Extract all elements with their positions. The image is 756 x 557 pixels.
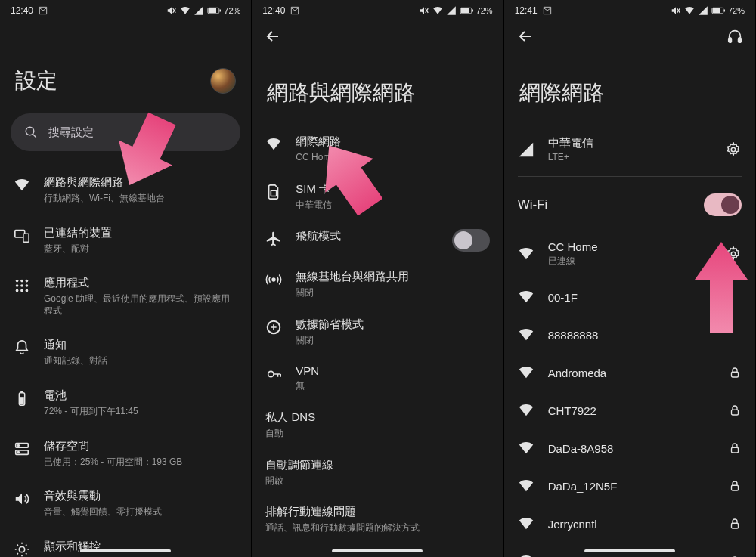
wifi-signal-icon (180, 5, 191, 16)
svg-point-9 (16, 280, 19, 283)
datasaver-icon (265, 319, 282, 336)
item-subtitle: 中華電信 (296, 200, 489, 212)
battery-icon (14, 390, 30, 407)
item-title: 自動調節連線 (265, 458, 489, 472)
screen-network: 12:40 72% 網路與網際網路 網際網路CC HomeSIM 卡中華電信飛航… (252, 0, 503, 557)
wifi-ssid: Jerrycnntl (548, 518, 714, 531)
network-item[interactable]: 自動調節連線開啟 (252, 449, 503, 497)
item-subtitle: 72% - 可用到下午11:45 (44, 406, 237, 418)
search-icon (24, 125, 38, 139)
svg-point-11 (26, 280, 29, 283)
network-item[interactable]: 排解行動連線問題通話、訊息和行動數據問題的解決方式 (252, 496, 503, 543)
item-title: 通知 (44, 338, 237, 352)
network-item[interactable]: SIM 卡中華電信 (252, 173, 503, 221)
svg-point-34 (268, 372, 274, 377)
divider (518, 176, 742, 177)
svg-rect-41 (739, 38, 742, 42)
lock-icon (728, 517, 742, 531)
item-subtitle: 關閉 (296, 287, 489, 299)
settings-item[interactable]: 顯示和觸控深色主題、字型大小、觸控 (0, 529, 251, 557)
storage-icon (14, 441, 30, 457)
wifi-icon (265, 136, 282, 153)
item-title: 電池 (44, 388, 237, 403)
wifi-network-row[interactable]: DaDa_12N5F (504, 467, 755, 505)
settings-item[interactable]: 已連結的裝置藍牙、配對 (0, 215, 251, 266)
svg-point-17 (26, 289, 29, 292)
gmail-icon (542, 5, 553, 16)
wifi-signal-icon (432, 5, 443, 16)
lock-icon (728, 404, 742, 417)
item-title: 儲存空間 (44, 439, 237, 453)
item-title: 無線基地台與網路共用 (296, 270, 489, 284)
wifi-ssid: DaDa_12N5F (548, 480, 714, 493)
nav-handle[interactable] (584, 549, 675, 552)
status-time: 12:41 (515, 5, 538, 16)
headset-icon[interactable] (727, 28, 743, 45)
page-title: 網際網路 (519, 79, 604, 107)
network-item[interactable]: VPN無 (252, 355, 503, 401)
back-button[interactable] (516, 27, 534, 45)
svg-point-5 (26, 127, 34, 135)
network-item[interactable]: 私人 DNS自動 (252, 401, 503, 449)
item-subtitle: 關閉 (296, 335, 489, 347)
svg-rect-8 (23, 234, 29, 242)
status-battery: 72% (728, 6, 745, 15)
wifi-network-row[interactable]: DaDa-8A958 (504, 429, 755, 467)
gear-icon[interactable] (725, 246, 742, 262)
nav-handle[interactable] (80, 549, 171, 552)
airplane-icon (265, 231, 282, 247)
wifi-connected-row[interactable]: CC Home 已連線 (504, 230, 755, 278)
wifi-icon (518, 553, 534, 557)
item-title: 音效與震動 (44, 489, 237, 503)
wifi-toggle[interactable] (704, 193, 742, 216)
settings-item[interactable]: 電池72% - 可用到下午11:45 (0, 378, 251, 429)
item-title: 私人 DNS (265, 410, 489, 425)
toggle[interactable] (452, 229, 490, 252)
status-time: 12:40 (11, 5, 33, 16)
item-subtitle: 藍牙、配對 (44, 243, 237, 255)
nav-handle[interactable] (332, 549, 423, 552)
svg-rect-38 (712, 8, 720, 13)
back-button[interactable] (264, 27, 282, 45)
devices-icon (14, 227, 30, 244)
gear-icon[interactable] (725, 141, 742, 158)
mute-icon (419, 5, 429, 16)
search-placeholder: 搜尋設定 (48, 125, 94, 140)
item-title: 排解行動連線問題 (265, 505, 489, 519)
wifi-label: Wi-Fi (518, 197, 548, 212)
settings-item[interactable]: 音效與震動音量、觸覺回饋、零打擾模式 (0, 478, 251, 529)
network-item[interactable]: 飛航模式 (252, 220, 503, 261)
search-input[interactable]: 搜尋設定 (11, 113, 240, 151)
wifi-network-row[interactable]: CHT7922 (504, 391, 755, 429)
svg-point-10 (20, 280, 23, 283)
network-item[interactable]: 無線基地台與網路共用關閉 (252, 261, 503, 308)
wifi-network-row[interactable]: Jerrycnntl (504, 505, 755, 543)
svg-point-23 (18, 444, 20, 446)
avatar[interactable] (210, 68, 236, 94)
svg-rect-20 (20, 397, 24, 404)
item-title: 網路與網際網路 (44, 175, 237, 190)
item-title: SIM 卡 (296, 182, 489, 196)
wifi-ssid: CHT7922 (548, 404, 714, 417)
item-subtitle: 音量、觸覺回饋、零打擾模式 (44, 506, 237, 518)
hotspot-icon (265, 271, 282, 288)
settings-item[interactable]: 儲存空間已使用：25% - 可用空間：193 GB (0, 429, 251, 479)
settings-item[interactable]: 應用程式Google 助理、最近使用的應用程式、預設應用程式 (0, 265, 251, 327)
wifi-network-row[interactable]: Andromeda (504, 354, 755, 391)
settings-item[interactable]: 通知通知記錄、對話 (0, 327, 251, 378)
wifi-network-row[interactable]: 88888888 (504, 316, 755, 354)
page-header: 設定 (0, 21, 251, 107)
status-bar: 12:40 72% (252, 0, 503, 21)
item-subtitle: 行動網路、Wi-Fi、無線基地台 (44, 193, 237, 205)
sim-icon (265, 184, 282, 200)
settings-item[interactable]: 網路與網際網路行動網路、Wi-Fi、無線基地台 (0, 165, 251, 215)
carrier-sub: LTE+ (548, 152, 711, 162)
item-subtitle: CC Home (296, 152, 489, 164)
carrier-row[interactable]: 中華電信 LTE+ (504, 125, 755, 173)
wifi-network-row[interactable]: 00-1F (504, 278, 755, 316)
network-item[interactable]: 網際網路CC Home (252, 125, 503, 173)
cell-signal-icon (446, 5, 457, 16)
wifi-icon (518, 246, 534, 262)
network-item[interactable]: 數據節省模式關閉 (252, 308, 503, 356)
svg-point-24 (18, 451, 20, 453)
